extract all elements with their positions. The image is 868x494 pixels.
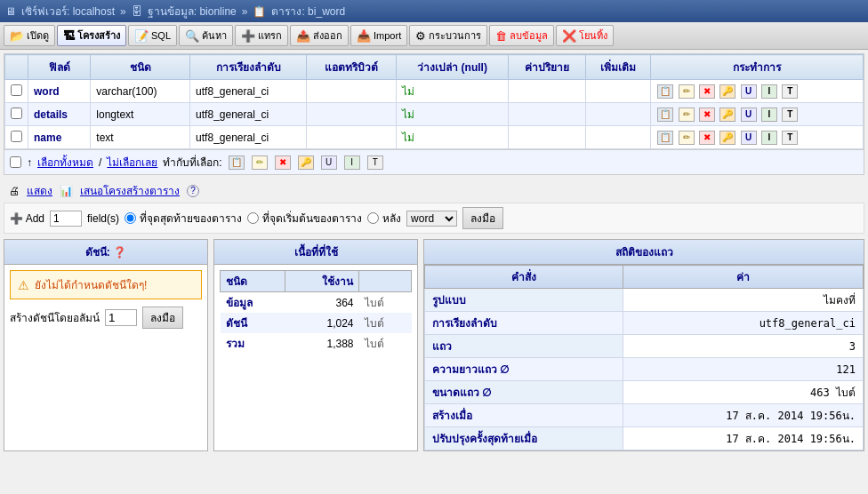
export-button[interactable]: 📤 ส่งออก bbox=[290, 25, 349, 46]
import-icon: 📥 bbox=[357, 29, 371, 43]
do-with-selected: ทำกับที่เลือก: bbox=[163, 154, 221, 171]
action-delete-0[interactable]: ✖ bbox=[699, 84, 715, 99]
action-edit-selected[interactable]: ✏ bbox=[252, 155, 268, 170]
row-checkbox-0[interactable] bbox=[11, 84, 22, 96]
table-row: details longtext utf8_general_ci ไม่ 📋 ✏… bbox=[5, 103, 864, 126]
stat-key-3: ความยาวแถว ∅ bbox=[425, 358, 623, 381]
action-unique-1[interactable]: U bbox=[741, 108, 757, 122]
stat-val-0: ไมคงที่ bbox=[623, 289, 864, 312]
action-fulltext-2[interactable]: T bbox=[782, 131, 798, 145]
field-extra-2 bbox=[586, 126, 651, 149]
print-icon: 🖨 bbox=[9, 185, 20, 197]
space-panel: เนื้อที่ที่ใช้ ชนิด ใช้งาน ข้อมูล bbox=[213, 239, 418, 451]
action-browse-2[interactable]: 📋 bbox=[657, 131, 673, 145]
table-icon: 📋 bbox=[253, 5, 266, 18]
radio-start-input[interactable] bbox=[247, 212, 259, 224]
add-field-go-button[interactable]: ลงมือ bbox=[462, 207, 503, 229]
action-fulltext-selected[interactable]: T bbox=[367, 155, 383, 170]
col-field: ฟิลด์ bbox=[28, 55, 91, 80]
action-browse-1[interactable]: 📋 bbox=[657, 108, 673, 122]
structure-button[interactable]: 🏗 โครงสร้าง bbox=[57, 25, 126, 46]
search-icon: 🔍 bbox=[185, 29, 199, 43]
action-unique-2[interactable]: U bbox=[741, 131, 757, 145]
index-panel-header: ดัชนี: ❓ bbox=[4, 240, 207, 265]
stats-row: ความยาวแถว ∅ 121 bbox=[425, 358, 864, 381]
stats-panel-header: สถิติของแถว bbox=[424, 240, 864, 265]
propose-icon: 📊 bbox=[60, 185, 73, 197]
action-edit-0[interactable]: ✏ bbox=[679, 84, 695, 99]
action-primary-1[interactable]: 🔑 bbox=[719, 108, 735, 122]
fields-table-section: ฟิลด์ ชนิด การเรียงลำดับ แอตทริบิวต์ ว่า… bbox=[4, 53, 864, 175]
radio-after-input[interactable] bbox=[367, 212, 379, 224]
field-actions-1: 📋 ✏ ✖ 🔑 U I T bbox=[651, 103, 864, 126]
space-col-used: ใช้งาน bbox=[285, 271, 358, 292]
field-extra-0 bbox=[586, 80, 651, 103]
drop-button[interactable]: ❌ โยนทิ้ง bbox=[556, 25, 614, 46]
action-edit-1[interactable]: ✏ bbox=[679, 108, 695, 122]
action-browse-selected[interactable]: 📋 bbox=[229, 155, 245, 170]
print-link[interactable]: แสดง bbox=[27, 182, 52, 199]
col-actions: กระทำการ bbox=[651, 55, 864, 80]
help-icon: ? bbox=[187, 185, 199, 197]
table-row: name text utf8_general_ci ไม่ 📋 ✏ ✖ 🔑 U … bbox=[5, 126, 864, 149]
action-fulltext-0[interactable]: T bbox=[782, 84, 798, 99]
action-delete-1[interactable]: ✖ bbox=[699, 108, 715, 122]
add-field-count-input[interactable] bbox=[50, 211, 82, 227]
operations-button[interactable]: ⚙ กระบวนการ bbox=[409, 25, 487, 46]
action-delete-selected[interactable]: ✖ bbox=[275, 155, 291, 170]
add-field-bar: ➕ Add field(s) ที่จุดสุดท้ายของตาราง ที่… bbox=[4, 203, 864, 234]
field-attributes-2 bbox=[307, 126, 397, 149]
propose-link[interactable]: เสนอโครงสร้างตาราง bbox=[80, 182, 180, 199]
space-col-unit bbox=[359, 271, 412, 292]
action-unique-0[interactable]: U bbox=[741, 84, 757, 99]
insert-button[interactable]: ➕ แทรก bbox=[235, 25, 288, 46]
db-label: ฐานข้อมูล: bionline bbox=[148, 3, 237, 20]
action-browse-0[interactable]: 📋 bbox=[657, 84, 673, 99]
action-edit-2[interactable]: ✏ bbox=[679, 131, 695, 145]
select-all-link[interactable]: เลือกทั้งหมด bbox=[37, 154, 93, 171]
bottom-panels: ดัชนี: ❓ ⚠ ยังไม่ได้กำหนดดัชนีใดๆ! สร้าง… bbox=[4, 239, 864, 451]
stat-key-2: แถว bbox=[425, 335, 623, 358]
stats-panel-body: คำสั่ง ค่า รูปแบบ ไมคงที่ การเรียงลำดับ … bbox=[424, 265, 864, 450]
col-collation: การเรียงลำดับ bbox=[190, 55, 307, 80]
action-fulltext-1[interactable]: T bbox=[782, 108, 798, 122]
import-button[interactable]: 📥 Import bbox=[350, 25, 407, 46]
action-primary-selected[interactable]: 🔑 bbox=[298, 155, 314, 170]
row-checkbox-1[interactable] bbox=[11, 108, 22, 119]
create-index-count-input[interactable] bbox=[105, 309, 137, 326]
radio-start-table: ที่จุดเริ่มต้นของตาราง bbox=[247, 210, 362, 227]
empty-button[interactable]: 🗑 ลบข้อมูล bbox=[489, 25, 554, 46]
sql-icon: 📝 bbox=[134, 29, 149, 43]
action-primary-2[interactable]: 🔑 bbox=[719, 131, 735, 145]
toolbar: 📂 เปิดดู 🏗 โครงสร้าง 📝 SQL 🔍 ค้นหา ➕ แทร… bbox=[0, 22, 868, 50]
action-index-2[interactable]: I bbox=[761, 131, 777, 145]
action-index-0[interactable]: I bbox=[761, 84, 777, 99]
stats-row: แถว 3 bbox=[425, 335, 864, 358]
row-checkbox-2[interactable] bbox=[11, 131, 22, 142]
action-index-selected[interactable]: I bbox=[344, 155, 360, 170]
select-all-checkbox[interactable] bbox=[10, 156, 21, 168]
radio-end-input[interactable] bbox=[125, 212, 136, 224]
stat-val-3: 121 bbox=[623, 358, 864, 381]
space-row-data: ข้อมูล 364 ไบต์ bbox=[221, 292, 412, 314]
select-bar: ↑ เลือกทั้งหมด / ไม่เลือกเลย ทำกับที่เลื… bbox=[4, 149, 864, 174]
col-default: ค่าปริยาย bbox=[509, 55, 586, 80]
browse-button[interactable]: 📂 เปิดดู bbox=[4, 25, 55, 46]
create-index-go-button[interactable]: ลงมือ bbox=[142, 307, 183, 329]
action-primary-0[interactable]: 🔑 bbox=[719, 84, 735, 99]
field-collation-1: utf8_general_ci bbox=[190, 103, 307, 126]
stats-row: การเรียงลำดับ utf8_general_ci bbox=[425, 312, 864, 335]
action-delete-2[interactable]: ✖ bbox=[699, 131, 715, 145]
select-none-link[interactable]: ไม่เลือกเลย bbox=[107, 154, 157, 171]
add-label: ➕ Add bbox=[10, 212, 44, 225]
after-field-select[interactable]: word details name bbox=[406, 211, 457, 227]
stat-val-1: utf8_general_ci bbox=[623, 312, 864, 335]
space-table: ชนิด ใช้งาน ข้อมูล 364 ไบต์ ดัชนี bbox=[220, 270, 412, 354]
sql-button[interactable]: 📝 SQL bbox=[128, 25, 177, 46]
search-button[interactable]: 🔍 ค้นหา bbox=[179, 25, 233, 46]
action-index-1[interactable]: I bbox=[761, 108, 777, 122]
field-type-0: varchar(100) bbox=[91, 80, 190, 103]
stats-col-val: ค่า bbox=[623, 266, 864, 289]
action-unique-selected[interactable]: U bbox=[321, 155, 337, 170]
field-collation-0: utf8_general_ci bbox=[190, 80, 307, 103]
